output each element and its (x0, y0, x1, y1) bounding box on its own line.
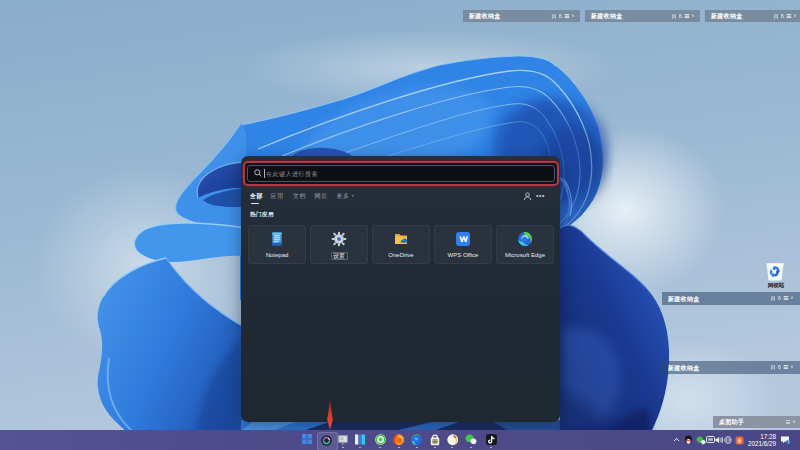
svg-text:1: 1 (788, 440, 790, 444)
